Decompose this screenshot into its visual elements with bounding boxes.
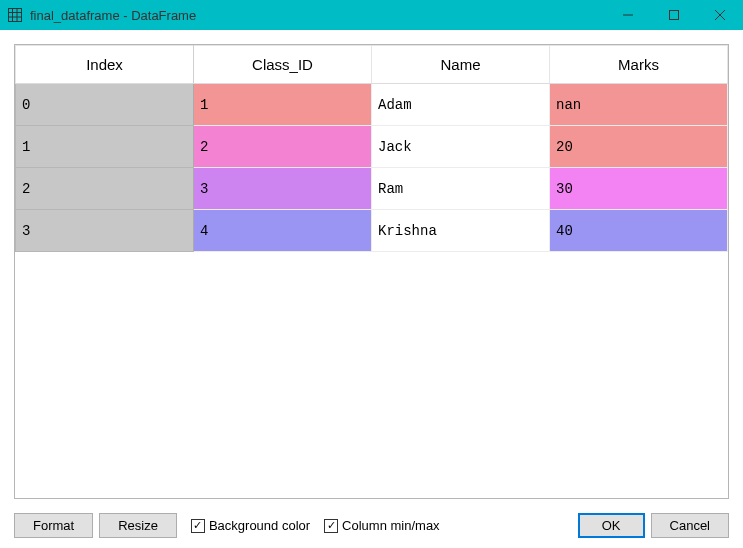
bg-color-checkbox[interactable]: ✓ Background color xyxy=(191,518,310,533)
dataframe-table[interactable]: Index Class_ID Name Marks 01Adamnan12Jac… xyxy=(14,44,729,499)
index-cell[interactable]: 2 xyxy=(16,168,194,210)
svg-rect-0 xyxy=(9,9,22,22)
dataframe-icon xyxy=(6,6,24,24)
maximize-button[interactable] xyxy=(651,0,697,30)
bg-color-label: Background color xyxy=(209,518,310,533)
classid-cell[interactable]: 4 xyxy=(194,210,372,252)
svg-rect-6 xyxy=(670,11,679,20)
table-row[interactable]: 34Krishna40 xyxy=(16,210,728,252)
ok-button[interactable]: OK xyxy=(578,513,645,538)
index-cell[interactable]: 0 xyxy=(16,84,194,126)
classid-cell[interactable]: 3 xyxy=(194,168,372,210)
col-header-name[interactable]: Name xyxy=(372,46,550,84)
header-row: Index Class_ID Name Marks xyxy=(16,46,728,84)
table-row[interactable]: 01Adamnan xyxy=(16,84,728,126)
name-cell[interactable]: Adam xyxy=(372,84,550,126)
index-cell[interactable]: 1 xyxy=(16,126,194,168)
format-button[interactable]: Format xyxy=(14,513,93,538)
marks-cell[interactable]: 40 xyxy=(550,210,728,252)
minmax-label: Column min/max xyxy=(342,518,440,533)
name-cell[interactable]: Krishna xyxy=(372,210,550,252)
name-cell[interactable]: Jack xyxy=(372,126,550,168)
content-area: Index Class_ID Name Marks 01Adamnan12Jac… xyxy=(0,30,743,507)
titlebar: final_dataframe - DataFrame xyxy=(0,0,743,30)
table-row[interactable]: 23Ram30 xyxy=(16,168,728,210)
resize-button[interactable]: Resize xyxy=(99,513,177,538)
marks-cell[interactable]: 20 xyxy=(550,126,728,168)
index-cell[interactable]: 3 xyxy=(16,210,194,252)
close-button[interactable] xyxy=(697,0,743,30)
minimize-button[interactable] xyxy=(605,0,651,30)
col-header-classid[interactable]: Class_ID xyxy=(194,46,372,84)
name-cell[interactable]: Ram xyxy=(372,168,550,210)
marks-cell[interactable]: 30 xyxy=(550,168,728,210)
classid-cell[interactable]: 2 xyxy=(194,126,372,168)
marks-cell[interactable]: nan xyxy=(550,84,728,126)
col-header-marks[interactable]: Marks xyxy=(550,46,728,84)
classid-cell[interactable]: 1 xyxy=(194,84,372,126)
cancel-button[interactable]: Cancel xyxy=(651,513,729,538)
window-title: final_dataframe - DataFrame xyxy=(30,8,196,23)
checkmark-icon: ✓ xyxy=(324,519,338,533)
footer-bar: Format Resize ✓ Background color ✓ Colum… xyxy=(0,507,743,548)
col-header-index[interactable]: Index xyxy=(16,46,194,84)
minmax-checkbox[interactable]: ✓ Column min/max xyxy=(324,518,440,533)
table-row[interactable]: 12Jack20 xyxy=(16,126,728,168)
checkmark-icon: ✓ xyxy=(191,519,205,533)
